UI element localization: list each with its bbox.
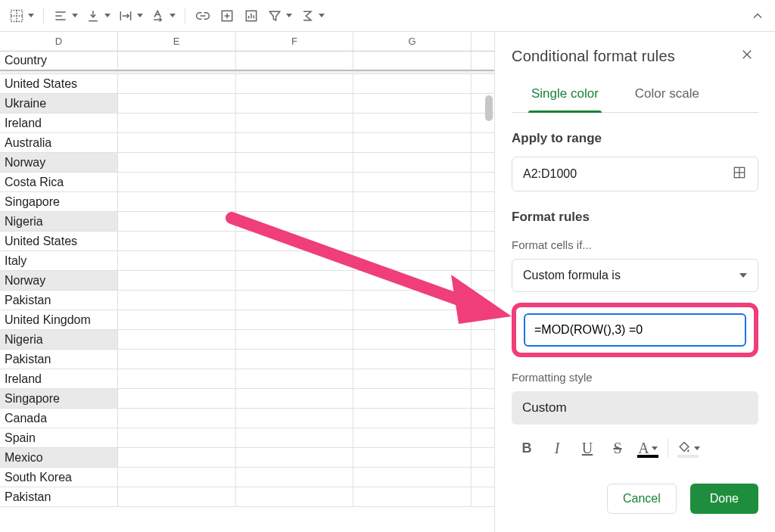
cell[interactable]: Nigeria <box>0 212 118 231</box>
table-row[interactable]: Mexico <box>0 448 494 468</box>
cell[interactable]: Norway <box>0 153 118 172</box>
cell[interactable] <box>353 74 472 93</box>
cell[interactable]: Pakistan <box>0 350 118 369</box>
table-row[interactable]: Ireland <box>0 114 494 133</box>
cell[interactable] <box>118 389 236 408</box>
column-header[interactable]: D <box>0 32 118 51</box>
cell[interactable] <box>118 74 236 93</box>
cell[interactable]: Costa Rica <box>0 173 118 191</box>
cell[interactable] <box>353 350 472 369</box>
table-row[interactable]: Norway <box>0 153 494 173</box>
table-row[interactable]: Spain <box>0 428 494 448</box>
cell[interactable] <box>472 133 494 152</box>
cell[interactable] <box>472 51 494 70</box>
cell[interactable] <box>236 448 354 467</box>
cell[interactable] <box>236 291 354 310</box>
cell[interactable] <box>353 428 472 447</box>
cell[interactable]: South Korea <box>0 468 118 487</box>
cell[interactable] <box>353 251 472 270</box>
cell[interactable] <box>472 153 494 172</box>
table-row[interactable]: United States <box>0 74 494 94</box>
done-button[interactable]: Done <box>690 484 758 514</box>
text-wrap-button[interactable] <box>115 5 146 27</box>
filter-button[interactable] <box>264 5 295 27</box>
cell[interactable] <box>353 448 472 467</box>
tab-single-color[interactable]: Single color <box>528 77 602 112</box>
cell[interactable]: Singapore <box>0 389 118 408</box>
cell[interactable]: Pakistan <box>0 487 118 506</box>
cell[interactable]: Ireland <box>0 114 118 132</box>
insert-comment-button[interactable] <box>216 5 238 27</box>
formula-input[interactable] <box>524 313 746 347</box>
cell[interactable]: Canada <box>0 409 118 428</box>
horizontal-align-button[interactable] <box>50 5 81 27</box>
cell[interactable] <box>472 310 494 329</box>
cell[interactable] <box>472 251 494 270</box>
cell[interactable] <box>472 291 494 310</box>
italic-button[interactable]: I <box>543 435 571 461</box>
cell[interactable] <box>236 350 354 369</box>
text-rotation-button[interactable] <box>148 5 179 27</box>
bold-button[interactable]: B <box>513 435 540 461</box>
cell[interactable] <box>118 369 236 388</box>
table-row[interactable]: Pakistan <box>0 487 494 507</box>
cell[interactable] <box>353 94 472 113</box>
cell[interactable]: Norway <box>0 271 118 290</box>
cell[interactable]: Ireland <box>0 369 118 388</box>
cell[interactable] <box>118 232 236 250</box>
cell[interactable] <box>353 192 472 211</box>
cell[interactable] <box>236 428 354 447</box>
cell[interactable] <box>118 310 236 329</box>
cell[interactable]: Mexico <box>0 448 118 467</box>
cell[interactable] <box>353 232 472 250</box>
column-header[interactable]: E <box>118 32 236 51</box>
cell[interactable] <box>236 369 354 388</box>
table-row[interactable]: Canada <box>0 409 494 428</box>
table-row[interactable]: Australia <box>0 133 494 153</box>
cancel-button[interactable]: Cancel <box>607 484 677 514</box>
cell[interactable] <box>353 389 472 408</box>
close-icon[interactable] <box>736 43 758 69</box>
cell[interactable]: Pakistan <box>0 291 118 310</box>
functions-button[interactable] <box>297 5 328 27</box>
table-row[interactable]: Singapore <box>0 389 494 409</box>
borders-button[interactable] <box>6 5 37 27</box>
grid[interactable]: CountryUnited StatesUkraineIrelandAustra… <box>0 51 494 507</box>
cell[interactable] <box>236 468 354 487</box>
cell[interactable] <box>118 468 236 487</box>
cell[interactable] <box>353 468 472 487</box>
cell[interactable] <box>353 133 472 152</box>
cell[interactable] <box>236 310 354 329</box>
cell[interactable] <box>236 51 354 70</box>
table-row[interactable]: United Kingdom <box>0 310 494 330</box>
cell[interactable] <box>236 409 354 428</box>
cell[interactable] <box>118 409 236 428</box>
cell[interactable]: Italy <box>0 251 118 270</box>
cell[interactable]: Singapore <box>0 192 118 211</box>
cell[interactable] <box>353 310 472 329</box>
cell[interactable] <box>353 369 472 388</box>
cell[interactable] <box>472 330 494 349</box>
insert-chart-button[interactable] <box>240 5 263 27</box>
cell[interactable] <box>236 251 354 270</box>
cell[interactable] <box>236 271 354 290</box>
vertical-align-button[interactable] <box>82 5 114 27</box>
table-row[interactable]: Pakistan <box>0 350 494 369</box>
cell[interactable] <box>118 448 236 467</box>
cell[interactable] <box>472 487 494 506</box>
cell[interactable]: United States <box>0 232 118 250</box>
cell[interactable]: Spain <box>0 428 118 447</box>
cell[interactable]: Australia <box>0 133 118 152</box>
cell[interactable] <box>236 487 354 506</box>
cell[interactable] <box>353 51 472 70</box>
cell[interactable] <box>118 133 236 152</box>
cell[interactable] <box>118 153 236 172</box>
style-preview[interactable]: Custom <box>512 391 758 425</box>
cell[interactable]: United Kingdom <box>0 310 118 329</box>
cell[interactable] <box>353 153 472 172</box>
strikethrough-button[interactable]: S <box>604 435 631 461</box>
cell[interactable] <box>353 409 472 428</box>
cell[interactable] <box>236 133 354 152</box>
cell[interactable] <box>236 114 354 132</box>
table-row[interactable]: Norway <box>0 271 494 291</box>
